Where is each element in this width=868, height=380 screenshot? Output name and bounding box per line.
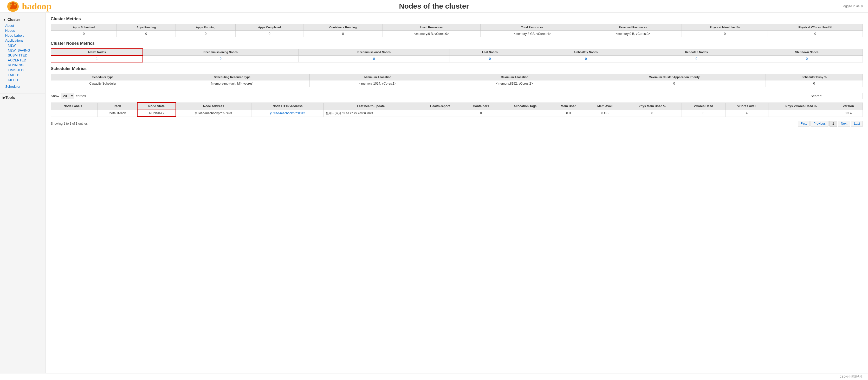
cnm-val-0: 1 <box>51 55 143 62</box>
sidebar-item-applications[interactable]: Applications <box>3 38 43 43</box>
nt-header-phys-mem-used[interactable]: Phys Mem Used % <box>623 103 682 110</box>
cm-val-8: 0 <box>682 31 768 37</box>
svg-rect-5 <box>13 8 14 12</box>
tools-header[interactable]: ▶ Tools <box>0 93 45 102</box>
sidebar-item-about[interactable]: About <box>3 23 43 28</box>
sm-header-1: Scheduling Resource Type <box>155 74 309 81</box>
logo-text: hadoop <box>22 1 52 12</box>
sm-val-4: 0 <box>583 81 766 87</box>
sidebar-item-running[interactable]: RUNNING <box>3 63 43 68</box>
cm-header-2: Apps Running <box>176 24 236 31</box>
sidebar-item-killed[interactable]: KILLED <box>3 78 43 83</box>
row-phys-mem-used: 0 <box>623 110 682 117</box>
nt-header-node-address[interactable]: Node Address <box>176 103 251 110</box>
pagination-bar: Showing 1 to 1 of 1 entries First Previo… <box>51 118 863 129</box>
cluster-metrics-table: Apps Submitted Apps Pending Apps Running… <box>51 24 863 37</box>
cnm-header-5: Rebooted Nodes <box>642 49 751 55</box>
cluster-section: ▼ Cluster About Nodes Node Labels Applic… <box>0 16 45 91</box>
svg-point-8 <box>14 3 16 4</box>
cm-val-5: <memory:0 B, vCores:0> <box>383 31 480 37</box>
row-containers: 0 <box>462 110 500 117</box>
nt-header-vcores-avail[interactable]: VCores Avail <box>725 103 768 110</box>
cnm-val-2: 0 <box>298 55 450 62</box>
cm-header-4: Containers Running <box>304 24 383 31</box>
lost-nodes-link[interactable]: 0 <box>489 57 491 61</box>
sm-val-2: <memory:1024, vCores:1> <box>309 81 446 87</box>
nt-header-version[interactable]: Version <box>834 103 863 110</box>
cm-header-8: Physical Mem Used % <box>682 24 768 31</box>
nt-header-health-report[interactable]: Health-report <box>418 103 462 110</box>
show-entries-bar: Show 20 10 50 100 entries Search: <box>51 91 863 101</box>
search-input[interactable] <box>824 93 863 99</box>
nt-header-allocation-tags[interactable]: Allocation Tags <box>500 103 550 110</box>
show-entries-left: Show 20 10 50 100 entries <box>51 93 86 99</box>
shutdown-nodes-link[interactable]: 0 <box>806 57 808 61</box>
entries-label: entries <box>76 94 86 98</box>
row-node-address: yuxiao-macbookpro:57493 <box>176 110 251 117</box>
row-last-health: 星期一 六月 05 16:27:25 +0800 2023 <box>324 110 418 117</box>
cnm-val-5: 0 <box>642 55 751 62</box>
entries-select[interactable]: 20 10 50 100 <box>61 93 74 99</box>
sidebar-item-finished[interactable]: FINISHED <box>3 68 43 72</box>
sidebar-item-submitted[interactable]: SUBMITTED <box>3 53 43 58</box>
row-allocation-tags <box>500 110 550 117</box>
cm-val-0: 0 <box>51 31 117 37</box>
sidebar-item-new[interactable]: NEW <box>3 43 43 48</box>
search-bar: Search: <box>810 93 863 99</box>
row-vcores-avail: 4 <box>725 110 768 117</box>
nt-header-phys-vcores[interactable]: Phys VCores Used % <box>768 103 834 110</box>
sidebar-item-scheduler[interactable]: Scheduler <box>3 84 43 89</box>
cm-val-4: 0 <box>304 31 383 37</box>
rebooted-nodes-link[interactable]: 0 <box>695 57 698 61</box>
node-http-link[interactable]: yuxiao-macbookpro:8042 <box>270 111 305 115</box>
cluster-nodes-metrics-table: Active Nodes Decommissioning Nodes Decom… <box>51 49 863 62</box>
first-page-button[interactable]: First <box>798 121 809 126</box>
table-row: /default-rack RUNNING yuxiao-macbookpro:… <box>51 110 863 117</box>
main-content: Cluster Metrics Apps Submitted Apps Pend… <box>45 13 868 373</box>
previous-page-button[interactable]: Previous <box>810 121 829 126</box>
cm-val-2: 0 <box>176 31 236 37</box>
unhealthy-nodes-link[interactable]: 0 <box>585 57 587 61</box>
nt-header-node-labels[interactable]: Node Labels ↑ <box>51 103 97 110</box>
cluster-metrics-title: Cluster Metrics <box>51 17 863 21</box>
cnm-val-3: 0 <box>450 55 530 62</box>
sidebar-item-accepted[interactable]: ACCEPTED <box>3 58 43 63</box>
sm-header-2: Minimum Allocation <box>309 74 446 81</box>
show-label: Show <box>51 94 59 98</box>
sidebar-item-new-saving[interactable]: NEW_SAVING <box>3 48 43 53</box>
sidebar-item-nodes[interactable]: Nodes <box>3 28 43 33</box>
decommissioned-nodes-link[interactable]: 0 <box>373 57 375 61</box>
decommissioning-nodes-link[interactable]: 0 <box>220 57 222 61</box>
cluster-arrow-icon: ▼ <box>3 18 6 22</box>
nt-header-mem-used[interactable]: Mem Used <box>550 103 587 110</box>
nt-header-node-http[interactable]: Node HTTP Address <box>251 103 324 110</box>
sm-header-0: Scheduler Type <box>51 74 155 81</box>
cm-header-6: Total Resources <box>480 24 584 31</box>
sm-header-3: Maximum Allocation <box>446 74 583 81</box>
sort-icon: ↑ <box>83 105 85 108</box>
nt-header-containers[interactable]: Containers <box>462 103 500 110</box>
cnm-val-4: 0 <box>530 55 642 62</box>
last-page-button[interactable]: Last <box>851 121 863 126</box>
next-page-button[interactable]: Next <box>838 121 850 126</box>
nt-header-rack[interactable]: Rack <box>97 103 137 110</box>
footer: CSDN 中国源先生 <box>0 373 868 380</box>
nt-header-mem-avail[interactable]: Mem Avail <box>587 103 623 110</box>
scheduler-metrics-table: Scheduler Type Scheduling Resource Type … <box>51 74 863 87</box>
cluster-header[interactable]: ▼ Cluster <box>3 18 43 22</box>
nt-header-last-health[interactable]: Last health-update <box>324 103 418 110</box>
footer-text: CSDN 中国源先生 <box>840 375 863 378</box>
current-page-button[interactable]: 1 <box>830 121 837 126</box>
sidebar-item-failed[interactable]: FAILED <box>3 72 43 78</box>
sidebar-item-node-labels[interactable]: Node Labels <box>3 33 43 38</box>
cluster-nodes-metrics-title: Cluster Nodes Metrics <box>51 41 863 46</box>
page-title: Nodes of the cluster <box>399 2 469 10</box>
cluster-metrics-row: 0 0 0 0 0 <memory:0 B, vCores:0> <memory… <box>51 31 863 37</box>
cnm-header-0: Active Nodes <box>51 49 143 55</box>
nt-header-vcores-used[interactable]: VCores Used <box>682 103 725 110</box>
logged-in-text: Logged in as: y <box>842 4 863 8</box>
tools-arrow-icon: ▶ <box>3 95 5 100</box>
active-nodes-link[interactable]: 1 <box>96 57 98 61</box>
row-rack: /default-rack <box>97 110 137 117</box>
nt-header-node-state[interactable]: Node State <box>137 103 176 110</box>
